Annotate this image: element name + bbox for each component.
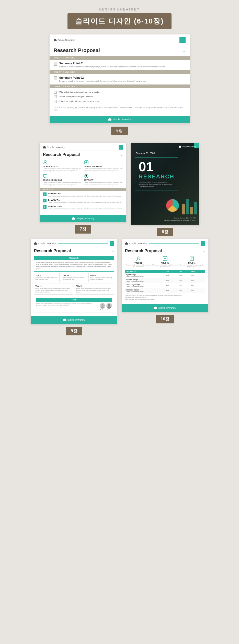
col-unit: UNIT <box>165 270 178 273</box>
title04-text: Lorem ipsum dolor sit amet, consectetuer… <box>36 287 72 293</box>
brand4-title: SUPPORT <box>84 179 123 181</box>
row1-price: Text <box>190 273 205 278</box>
team-content: Lorem ipsum dolor sit amet, consectetuer… <box>36 303 112 311</box>
slide10-content: TITLE 01 Write a short description expla… <box>122 254 208 302</box>
slide8-num: 01 <box>139 160 174 173</box>
chevron-down-icon: ⌄ <box>183 48 186 53</box>
row4-qty: Text <box>178 288 190 293</box>
slide7-logo-icon <box>43 146 46 149</box>
research-box-header: Research <box>34 256 114 260</box>
benefit-num-3: 3 <box>43 205 47 209</box>
benefit-1-content: Benefits One Lorem ipsum dolor sit amet,… <box>48 192 122 197</box>
header-title: 슬라이드 디자인 (6-10장) <box>67 13 171 29</box>
svg-point-5 <box>108 304 110 306</box>
svg-point-3 <box>101 304 104 306</box>
row4-desc: Brochure Design Lorem ipsum lorem ipsum <box>125 288 165 293</box>
footer-logo-text: Simple University <box>113 118 131 121</box>
footer-logo-icon <box>108 118 111 121</box>
slide9-pair: Simple University Research Proposal ⌄ Re… <box>31 239 118 335</box>
slide6-label: 6장 <box>111 127 128 135</box>
title-grid-2: Title 04 Lorem ipsum dolor sit amet, con… <box>34 284 114 294</box>
compile-checkbox-2 <box>54 95 57 98</box>
title02-text: Write a short description explaining wha… <box>63 277 85 281</box>
compile-checkbox-1 <box>54 91 57 94</box>
brand-item-3: BRAND MESSAGING Lorem ipsum dolor sit am… <box>43 174 82 186</box>
slide10-logo: Simple University <box>125 242 147 245</box>
slide8-date: February 20, 2023 <box>136 152 155 154</box>
header: DESIGN CHEATKEY 슬라이드 디자인 (6-10장) <box>10 8 229 29</box>
title-box-05: Title 05 Lorem ipsum dolor sit amet, con… <box>75 284 114 294</box>
slide6-section1-bar: QUESTIONNAIRES <box>50 56 190 60</box>
benefit-2-content: Benefits Two Lorem ipsum dolor sit amet,… <box>48 199 122 204</box>
page-wrapper: DESIGN CHEATKEY 슬라이드 디자인 (6-10장) Simple … <box>0 0 239 346</box>
slide8-box: 01 RESEARCH Lorem ipsum dolor sit amet, … <box>135 157 178 190</box>
row3-desc: Stationery Design Lorem ipsum lorem ipsu… <box>125 283 165 288</box>
brand2-title: BRAND STRATEGY <box>84 165 123 167</box>
row3-qty: Text <box>178 283 190 288</box>
brand-item-1: BRAND IDENTITY Lorem ipsum dolor sit ame… <box>43 160 82 172</box>
slide9-content: Research Lorem ipsum dolor sit amet, con… <box>31 254 117 314</box>
slide-10: Simple University Research Proposal ⌄ TI… <box>122 239 209 312</box>
brand-grid: BRAND IDENTITY Lorem ipsum dolor sit ame… <box>40 158 126 188</box>
svg-point-7 <box>137 257 139 259</box>
slide10-chevron-icon: ⌄ <box>202 249 205 253</box>
brand3-title: BRAND MESSAGING <box>43 179 82 181</box>
avatar-image-1 <box>100 303 105 309</box>
row3-price: Text <box>190 283 205 288</box>
slide7-pair: Simple University Research Proposal ⌄ BR… <box>40 143 127 236</box>
summary2-content: Summary Point 02 Be sure to complete the… <box>59 76 146 82</box>
icon2-svg <box>162 256 168 261</box>
summary2-checkbox <box>54 76 57 80</box>
slide6-header-bar: Simple University <box>50 34 190 45</box>
team-avatar-2: Position <box>106 303 112 311</box>
team-box-header: Team <box>36 298 112 302</box>
slide6-body-text: It is best to start the design process w… <box>50 104 190 114</box>
compile-item-3: Submit the content for the coming soon p… <box>50 99 190 104</box>
svg-point-6 <box>107 306 111 309</box>
summary1-title: Summary Point 01 <box>59 62 165 65</box>
slide8-footer-info: Contact Number: 1234 456 7899 Address: 1… <box>164 217 196 222</box>
row1-qty: Text <box>178 273 190 278</box>
title03-label: Title 03 <box>90 275 113 276</box>
slide7-header-line <box>67 147 116 147</box>
col-qty: QTY <box>178 270 190 273</box>
table-row: Brochure Design Lorem ipsum lorem ipsum … <box>125 288 205 293</box>
compile-text-2: Gather all the photos for your website. <box>59 95 93 98</box>
slide9-main-title: Research Proposal <box>34 249 71 253</box>
slide10-main-title: Research Proposal <box>125 249 162 253</box>
row3-desc-sub: Lorem ipsum lorem ipsum <box>126 286 164 287</box>
icon1-desc: Write a short description explaining wha… <box>125 264 152 268</box>
svg-point-0 <box>44 161 46 163</box>
icon3-svg <box>189 256 195 261</box>
brand-item-2: BRAND STRATEGY Lorem ipsum dolor sit ame… <box>84 160 123 172</box>
icon-col-2: TITLE 01 Write a short description expla… <box>152 256 178 268</box>
slide7-header-bar: Simple University <box>40 143 126 151</box>
team-text: Lorem ipsum dolor sit amet, consectetuer… <box>36 303 98 311</box>
slide6-main-title: Research Proposal <box>54 47 100 53</box>
row4-unit: Text <box>165 288 178 293</box>
footer-text2: Print a Primate: maecenas porttitor. <box>125 297 205 299</box>
col-description: DESCRIPTION <box>125 270 165 273</box>
row1-desc-sub: Lorem ipsum lorem ipsum <box>126 275 164 277</box>
summary2-text: Be sure to complete the forms in their e… <box>59 80 146 82</box>
benefit2-title: Benefits Two <box>48 199 122 201</box>
slide8-desc: Lorem ipsum dolor sit amet, consectetuer… <box>139 181 174 187</box>
slide7-footer-logo-icon <box>72 217 75 220</box>
slide6-section3-bar: COMPILE CONTENT <box>50 84 190 88</box>
row2-desc-sub: Lorem ipsum lorem ipsum <box>126 281 164 282</box>
slide10-footer-logo-icon <box>154 307 157 309</box>
benefit-item-3: 3 Benefits Three Lorem ipsum dolor sit a… <box>43 205 123 210</box>
benefit-item-1: 1 Benefits One Lorem ipsum dolor sit ame… <box>43 192 123 197</box>
benefits-chevron-icon: ⌄ <box>121 188 123 190</box>
brand-item-4: SUPPORT Lorem ipsum dolor sit amet, cons… <box>84 174 123 186</box>
slide10-pair: Simple University Research Proposal ⌄ TI… <box>122 239 209 335</box>
title05-label: Title 05 <box>76 285 113 287</box>
brand2-text: Lorem ipsum dolor sit amet, consectetuer… <box>84 168 123 172</box>
benefit-3-content: Benefits Three Lorem ipsum dolor sit ame… <box>48 205 122 210</box>
benefit-num-2: 2 <box>43 199 47 202</box>
brand4-text: Lorem ipsum dolor sit amet, consectetuer… <box>84 181 123 186</box>
compile-item-1: Write out all the text content for your … <box>50 90 190 94</box>
slide-8: Simple University February 20, 2023 01 R… <box>131 143 200 225</box>
table-row: Website Design Lorem ipsum lorem ipsum T… <box>125 278 205 283</box>
footer-text1: Lorem ipsum dolor sit amet, consectetuer… <box>125 295 205 297</box>
